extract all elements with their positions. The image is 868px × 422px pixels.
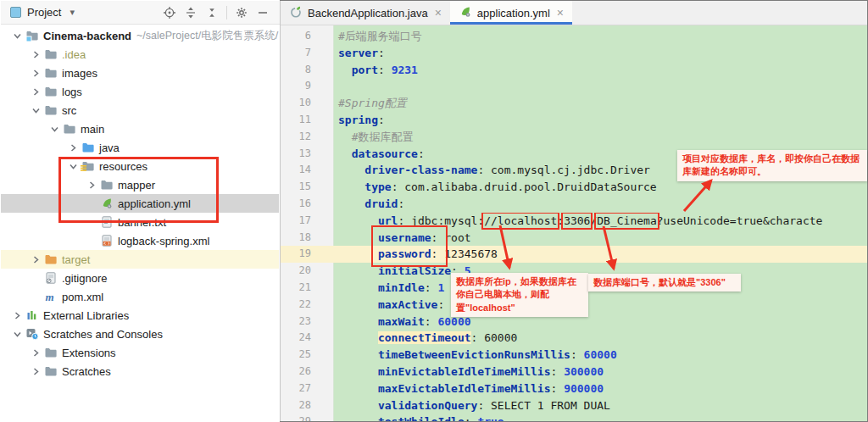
code-line-9[interactable]: 9 bbox=[281, 78, 867, 95]
tab-backendapplication-java[interactable]: BackendApplication.java × bbox=[281, 1, 450, 25]
tree-item-extensions[interactable]: Extensions bbox=[1, 343, 279, 362]
chevron-right-icon[interactable] bbox=[28, 367, 43, 376]
tree-item-application-yml[interactable]: application.yml bbox=[1, 194, 279, 213]
code-line-text: druid: bbox=[333, 196, 867, 213]
tree-item--idea[interactable]: .idea bbox=[1, 45, 279, 64]
line-number: 15 bbox=[281, 179, 333, 196]
code-line-7[interactable]: 7server: bbox=[281, 45, 867, 62]
folder-icon bbox=[99, 178, 114, 192]
chevron-down-icon[interactable] bbox=[65, 162, 81, 171]
tree-item-label: Scratches and Consoles bbox=[43, 328, 163, 341]
line-number: 9 bbox=[281, 78, 333, 95]
code-line-11[interactable]: 11spring: bbox=[281, 112, 867, 129]
tree-item-scratches[interactable]: Scratches bbox=[1, 362, 279, 380]
chevron-down-icon[interactable]: ▾ bbox=[70, 7, 75, 18]
chevron-down-icon[interactable] bbox=[28, 106, 43, 115]
tree-item-label: .idea bbox=[62, 48, 86, 61]
editor-pane: BackendApplication.java × application.ym… bbox=[280, 1, 867, 421]
maven-file-icon: m bbox=[43, 290, 58, 303]
code-line-29[interactable]: 29 testWhileIdle: true bbox=[281, 414, 867, 421]
close-icon[interactable]: × bbox=[557, 6, 564, 19]
chevron-right-icon[interactable] bbox=[9, 311, 25, 320]
tree-item-logs[interactable]: logs bbox=[1, 82, 279, 101]
tree-item-images[interactable]: images bbox=[1, 64, 279, 82]
code-editor[interactable]: 6#后端服务端口号7server:8 port: 9231910#Spring配… bbox=[281, 25, 867, 421]
code-line-12[interactable]: 12 #数据库配置 bbox=[281, 129, 867, 146]
tree-item-label: logback-spring.xml bbox=[118, 235, 209, 247]
tree-item-logback-spring-xml[interactable]: logback-spring.xml bbox=[1, 231, 279, 250]
tree-item-java[interactable]: java bbox=[1, 138, 279, 157]
hide-panel-icon[interactable] bbox=[256, 6, 270, 19]
code-line-21[interactable]: 21 minIdle: 1 bbox=[281, 280, 867, 297]
line-number: 28 bbox=[281, 397, 333, 414]
code-line-17[interactable]: 17 url: jdbc:mysql://localhost:3306/DB_C… bbox=[281, 213, 867, 230]
chevron-right-icon[interactable] bbox=[65, 143, 81, 153]
tree-item-scratches-and-consoles[interactable]: Scratches and Consoles bbox=[1, 325, 279, 343]
chevron-right-icon[interactable] bbox=[28, 87, 43, 97]
chevron-down-icon[interactable] bbox=[47, 125, 62, 134]
close-icon[interactable]: × bbox=[435, 6, 442, 19]
chevron-down-icon[interactable] bbox=[9, 330, 25, 339]
expand-all-icon[interactable] bbox=[184, 6, 198, 19]
tree-item-target[interactable]: target bbox=[1, 250, 279, 269]
tree-item-pom-xml[interactable]: mpom.xml bbox=[1, 287, 279, 306]
code-line-24[interactable]: 24 connectTimeout: 60000 bbox=[281, 330, 867, 347]
code-line-27[interactable]: 27 maxEvictableIdleTimeMillis: 900000 bbox=[281, 380, 867, 397]
code-line-25[interactable]: 25 timeBetweenEvictionRunsMillis: 60000 bbox=[281, 347, 867, 364]
chevron-right-icon[interactable] bbox=[28, 255, 43, 264]
chevron-down-icon[interactable] bbox=[9, 31, 25, 41]
chevron-right-icon[interactable] bbox=[84, 180, 99, 190]
tree-item-external-libraries[interactable]: External Libraries bbox=[1, 306, 279, 325]
code-line-20[interactable]: 20 initialSize: 5 bbox=[281, 263, 867, 280]
tree-item-banner-txt[interactable]: banner.txt bbox=[1, 213, 279, 231]
line-number: 17 bbox=[281, 213, 333, 230]
tab-label: application.yml bbox=[477, 7, 550, 19]
code-line-23[interactable]: 23 maxWait: 60000 bbox=[281, 314, 867, 330]
tree-item-main[interactable]: main bbox=[1, 119, 279, 138]
tree-item-cinema-backend[interactable]: Cinema-backend~/saleProject/电影院售票系统/ bbox=[1, 26, 279, 45]
code-line-26[interactable]: 26 minEvictableIdleTimeMillis: 300000 bbox=[281, 364, 867, 380]
tree-item-label: java bbox=[99, 142, 120, 154]
chevron-right-icon[interactable] bbox=[28, 348, 43, 358]
code-line-15[interactable]: 15 type: com.alibaba.druid.pool.DruidDat… bbox=[281, 179, 867, 196]
project-toolwindow-icon bbox=[10, 7, 21, 18]
code-line-14[interactable]: 14 driver-class-name: com.mysql.cj.jdbc.… bbox=[281, 162, 867, 179]
settings-icon[interactable] bbox=[235, 6, 248, 19]
folder-java-icon bbox=[81, 141, 96, 154]
code-line-8[interactable]: 8 port: 9231 bbox=[281, 62, 867, 79]
code-line-28[interactable]: 28 validationQuery: SELECT 1 FROM DUAL bbox=[281, 397, 867, 414]
tree-item-resources[interactable]: resources bbox=[1, 157, 279, 175]
code-line-text: minEvictableIdleTimeMillis: 300000 bbox=[333, 364, 867, 380]
tree-item-label: Cinema-backend bbox=[43, 30, 131, 42]
project-folder-icon bbox=[25, 29, 40, 42]
code-line-22[interactable]: 22 maxActive: 20 bbox=[281, 297, 867, 314]
tree-item--gitignore[interactable]: .gitignore bbox=[1, 269, 279, 287]
code-line-text: password: 12345678 bbox=[333, 246, 867, 263]
locate-icon[interactable] bbox=[163, 6, 176, 19]
tree-item-src[interactable]: src bbox=[1, 101, 279, 119]
code-line-text: port: 9231 bbox=[333, 62, 867, 79]
code-line-10[interactable]: 10#Spring配置 bbox=[281, 95, 867, 112]
tab-application-yml[interactable]: application.yml × bbox=[450, 1, 572, 25]
code-line-6[interactable]: 6#后端服务端口号 bbox=[281, 28, 867, 45]
tree-item-label: target bbox=[62, 253, 90, 266]
code-line-18[interactable]: 18 username: root bbox=[281, 230, 867, 247]
chevron-right-icon[interactable] bbox=[28, 50, 43, 59]
code-line-text: #后端服务端口号 bbox=[333, 28, 867, 45]
chevron-right-icon[interactable] bbox=[28, 69, 43, 78]
code-line-text: connectTimeout: 60000 bbox=[333, 330, 867, 347]
project-title[interactable]: Project bbox=[27, 6, 61, 19]
tree-item-mapper[interactable]: mapper bbox=[1, 175, 279, 194]
folder-icon bbox=[43, 346, 58, 359]
tree-item-label: resources bbox=[99, 160, 147, 173]
code-line-16[interactable]: 16 druid: bbox=[281, 196, 867, 213]
collapse-all-icon[interactable] bbox=[205, 6, 219, 19]
code-line-19[interactable]: 19 password: 12345678 bbox=[281, 246, 867, 263]
code-line-text: maxActive: 20 bbox=[333, 297, 867, 314]
folder-resources-icon bbox=[81, 159, 96, 173]
folder-icon bbox=[43, 85, 58, 98]
code-line-13[interactable]: 13 datasource: bbox=[281, 146, 867, 163]
code-line-text: type: com.alibaba.druid.pool.DruidDataSo… bbox=[333, 179, 867, 196]
line-number: 7 bbox=[281, 45, 333, 62]
tree-item-label: mapper bbox=[118, 179, 155, 192]
